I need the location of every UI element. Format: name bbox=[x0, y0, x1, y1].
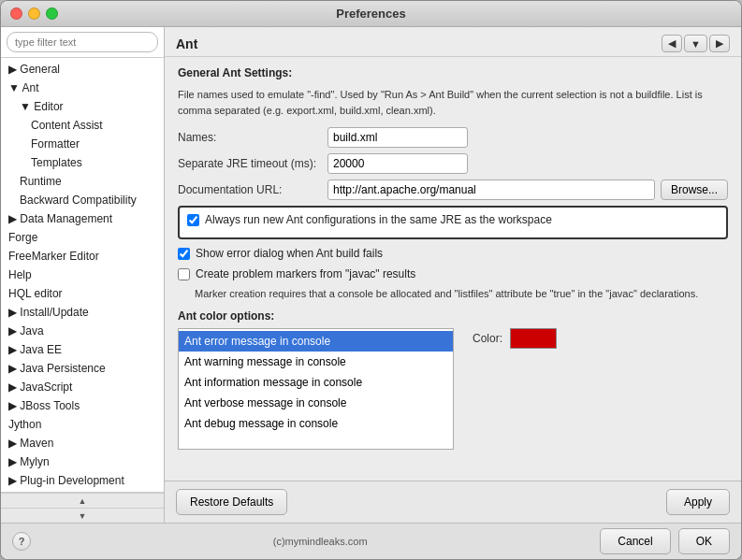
nav-buttons: ◀ ▼ ▶ bbox=[662, 35, 730, 52]
sidebar-item-java-persistence[interactable]: ▶ Java Persistence bbox=[1, 359, 164, 378]
sidebar-item-plugin-development[interactable]: ▶ Plug-in Development bbox=[1, 471, 164, 490]
checkbox1-label[interactable]: Always run new Ant configurations in the… bbox=[205, 213, 552, 226]
arrow-icon: ▶ bbox=[8, 343, 20, 356]
checkbox1[interactable] bbox=[187, 214, 199, 226]
browse-button[interactable]: Browse... bbox=[661, 179, 728, 200]
doc-url-input[interactable] bbox=[327, 179, 655, 200]
sidebar-item-backward-compatibility[interactable]: Backward Compatibility bbox=[1, 191, 164, 209]
checkbox2[interactable] bbox=[178, 248, 190, 260]
color-picker-area: Color: bbox=[473, 328, 557, 349]
arrow-icon: ▶ bbox=[8, 212, 20, 225]
sidebar-item-maven[interactable]: ▶ Maven bbox=[1, 434, 164, 452]
color-list-item-0[interactable]: Ant error message in console bbox=[179, 331, 453, 352]
color-options-area: Ant error message in console Ant warning… bbox=[178, 328, 728, 450]
checkbox2-label[interactable]: Show error dialog when Ant build fails bbox=[196, 247, 383, 260]
sidebar-item-mylyn[interactable]: ▶ Mylyn bbox=[1, 452, 164, 471]
arrow-icon: ▼ bbox=[20, 100, 34, 113]
section-label: General Ant Settings: bbox=[178, 66, 728, 79]
checkbox3-label[interactable]: Create problem markers from "javac" resu… bbox=[196, 267, 415, 280]
arrow-icon: ▼ bbox=[8, 81, 22, 94]
bottom-left: ? bbox=[12, 532, 40, 551]
arrow-icon: ▶ bbox=[8, 474, 20, 487]
color-list-item-4[interactable]: Ant debug message in console bbox=[179, 413, 453, 434]
sidebar-item-templates[interactable]: Templates bbox=[1, 153, 164, 172]
sidebar-item-hql-editor[interactable]: HQL editor bbox=[1, 284, 164, 303]
color-label: Color: bbox=[473, 332, 502, 345]
checkbox1-highlight: Always run new Ant configurations in the… bbox=[178, 206, 728, 239]
sidebar-item-jboss-tools[interactable]: ▶ JBoss Tools bbox=[1, 396, 164, 415]
sidebar-item-java-ee[interactable]: ▶ Java EE bbox=[1, 340, 164, 359]
doc-url-label: Documentation URL: bbox=[178, 183, 327, 196]
sidebar-item-help[interactable]: Help bbox=[1, 266, 164, 284]
very-bottom-bar: ? (c)mymindleaks.com Cancel OK bbox=[1, 523, 741, 559]
nav-back-button[interactable]: ◀ bbox=[662, 35, 682, 52]
color-list-item-1[interactable]: Ant warning message in console bbox=[179, 352, 453, 372]
bottom-center: (c)mymindleaks.com bbox=[40, 535, 600, 548]
arrow-icon: ▶ bbox=[8, 362, 20, 375]
description-text: File names used to emulate "-find". Used… bbox=[178, 87, 728, 118]
color-swatch[interactable] bbox=[510, 328, 557, 349]
names-row: Names: bbox=[178, 127, 728, 148]
close-button[interactable] bbox=[10, 7, 22, 20]
color-section-label: Ant color options: bbox=[178, 309, 728, 323]
nav-forward-button[interactable]: ▶ bbox=[709, 35, 730, 52]
sidebar-item-freemarker-editor[interactable]: FreeMarker Editor bbox=[1, 247, 164, 266]
marker-section: Create problem markers from "javac" resu… bbox=[178, 267, 728, 302]
filter-box bbox=[1, 27, 164, 58]
sidebar-item-formatter[interactable]: Formatter bbox=[1, 135, 164, 153]
arrow-icon: ▶ bbox=[8, 63, 20, 76]
tree-area: ▶ General ▼ Ant ▼ Editor Content Assist … bbox=[1, 58, 164, 492]
names-label: Names: bbox=[178, 131, 327, 144]
checkbox3[interactable] bbox=[178, 268, 190, 280]
maximize-button[interactable] bbox=[46, 7, 58, 20]
arrow-icon: ▶ bbox=[8, 399, 20, 412]
doc-url-row: Documentation URL: Browse... bbox=[178, 179, 728, 200]
bottom-bar: Restore Defaults Apply bbox=[165, 481, 741, 523]
preferences-window: Preferences ▶ General ▼ Ant ▼ Editor Con bbox=[0, 0, 742, 560]
color-section: Ant color options: Ant error message in … bbox=[178, 309, 728, 450]
color-list: Ant error message in console Ant warning… bbox=[178, 328, 454, 450]
jre-label: Separate JRE timeout (ms): bbox=[178, 157, 327, 170]
checkbox1-row: Always run new Ant configurations in the… bbox=[187, 213, 719, 226]
sidebar-item-data-management[interactable]: ▶ Data Management bbox=[1, 209, 164, 228]
main-panel: Ant ◀ ▼ ▶ General Ant Settings: File nam… bbox=[165, 27, 741, 523]
sidebar-item-forge[interactable]: Forge bbox=[1, 228, 164, 247]
window-title: Preferences bbox=[336, 7, 405, 21]
checkbox2-row: Show error dialog when Ant build fails bbox=[178, 247, 728, 260]
sidebar-item-java[interactable]: ▶ Java bbox=[1, 322, 164, 340]
sidebar-item-runtime[interactable]: Runtime bbox=[1, 172, 164, 191]
arrow-icon: ▶ bbox=[8, 437, 20, 450]
arrow-icon: ▶ bbox=[8, 306, 20, 319]
apply-button[interactable]: Apply bbox=[666, 489, 730, 515]
main-header: Ant ◀ ▼ ▶ bbox=[165, 27, 741, 57]
ok-button[interactable]: OK bbox=[678, 528, 730, 554]
sidebar-item-content-assist[interactable]: Content Assist bbox=[1, 116, 164, 135]
sidebar-item-editor[interactable]: ▼ Editor bbox=[1, 97, 164, 116]
sidebar-item-jython[interactable]: Jython bbox=[1, 415, 164, 434]
traffic-lights bbox=[10, 7, 58, 20]
content-area: ▶ General ▼ Ant ▼ Editor Content Assist … bbox=[1, 27, 741, 523]
sidebar-item-ant[interactable]: ▼ Ant bbox=[1, 79, 164, 97]
names-input[interactable] bbox=[327, 127, 468, 148]
sidebar-item-general[interactable]: ▶ General bbox=[1, 60, 164, 79]
sidebar-item-install-update[interactable]: ▶ Install/Update bbox=[1, 303, 164, 322]
minimize-button[interactable] bbox=[28, 7, 40, 20]
footer-text: (c)mymindleaks.com bbox=[273, 536, 368, 547]
filter-input[interactable] bbox=[7, 32, 158, 52]
color-list-item-3[interactable]: Ant verbose message in console bbox=[179, 393, 453, 413]
sidebar-scroll-buttons: ▲ ▼ bbox=[1, 492, 164, 523]
main-content: General Ant Settings: File names used to… bbox=[165, 57, 741, 481]
jre-row: Separate JRE timeout (ms): bbox=[178, 153, 728, 174]
scroll-down-button[interactable]: ▼ bbox=[1, 508, 164, 523]
jre-input[interactable] bbox=[327, 153, 468, 174]
sidebar: ▶ General ▼ Ant ▼ Editor Content Assist … bbox=[1, 27, 165, 523]
help-icon[interactable]: ? bbox=[12, 532, 31, 551]
restore-defaults-button[interactable]: Restore Defaults bbox=[176, 489, 287, 515]
marker-description: Marker creation requires that a console … bbox=[178, 286, 728, 302]
nav-dropdown-button[interactable]: ▼ bbox=[684, 35, 707, 52]
checkbox3-row: Create problem markers from "javac" resu… bbox=[178, 267, 728, 280]
scroll-up-button[interactable]: ▲ bbox=[1, 493, 164, 508]
cancel-button[interactable]: Cancel bbox=[600, 528, 670, 554]
color-list-item-2[interactable]: Ant information message in console bbox=[179, 372, 453, 393]
sidebar-item-javascript[interactable]: ▶ JavaScript bbox=[1, 378, 164, 396]
